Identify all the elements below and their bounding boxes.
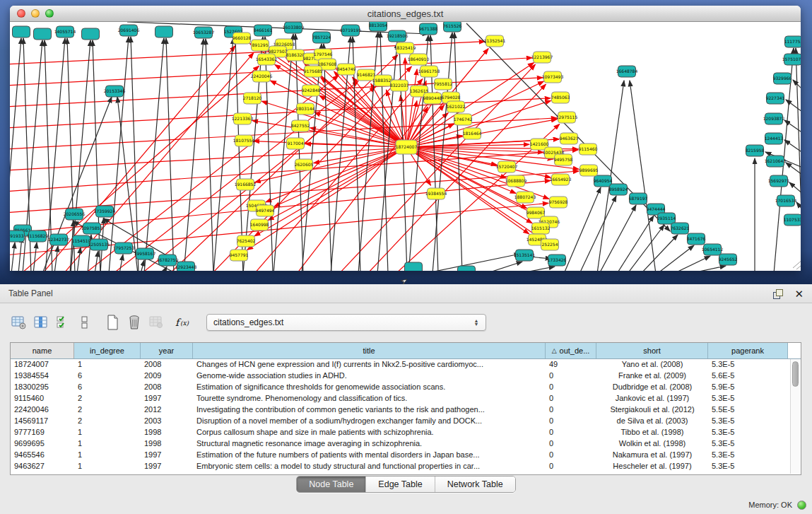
cell-pagerank[interactable]: 5.3E-5	[708, 450, 788, 461]
network-node-teal[interactable]: 12923448	[175, 262, 197, 271]
network-node-teal[interactable]: 2935114	[657, 213, 676, 224]
network-window[interactable]: citations_edges.txt 14055714206914061065…	[10, 6, 801, 271]
cell-year[interactable]: 1997	[141, 461, 193, 472]
vertical-scrollbar[interactable]	[790, 359, 800, 474]
cell-short[interactable]: de Silva et al. (2003)	[596, 416, 708, 427]
network-node-teal[interactable]: 1733426	[548, 255, 567, 266]
network-node-teal[interactable]: 12093872	[763, 113, 785, 124]
network-node-teal[interactable]: 1244413	[765, 133, 784, 144]
network-node-yellow[interactable]: 1746742	[454, 114, 473, 125]
network-node-yellow[interactable]: 9463627	[560, 133, 579, 144]
network-node-teal[interactable]: 9671388	[419, 23, 438, 35]
network-node-yellow[interactable]: 10688809	[505, 175, 527, 187]
cell-title[interactable]: Estimation of the future numbers of pati…	[193, 450, 546, 461]
network-node-yellow[interactable]: 917004	[287, 138, 305, 149]
cell-pagerank[interactable]: 5.3E-5	[708, 359, 788, 370]
tab-network-table[interactable]: Network Table	[435, 477, 515, 492]
network-node-teal[interactable]: 20691406	[118, 25, 140, 36]
select-columns-icon[interactable]	[32, 313, 50, 332]
network-node-teal[interactable]: 7632621	[671, 223, 690, 234]
cell-pagerank[interactable]: 5.3E-5	[708, 427, 788, 438]
network-node-teal[interactable]: 8215958	[746, 145, 765, 156]
cell-name[interactable]: 9115460	[11, 393, 74, 404]
cell-title[interactable]: Investigating the contribution of common…	[193, 404, 546, 416]
network-node-teal[interactable]: 20206556	[64, 209, 86, 220]
network-node-yellow[interactable]: 11352541	[484, 35, 506, 47]
network-node-yellow[interactable]: 8427552	[291, 120, 310, 132]
network-node-yellow[interactable]: 22420046	[251, 71, 273, 82]
network-node-teal[interactable]: 391933	[10, 230, 25, 242]
cell-short[interactable]: Nakamura et al. (1997)	[596, 450, 708, 461]
network-window-titlebar[interactable]: citations_edges.txt	[10, 6, 801, 22]
network-node-yellow[interactable]: 2803144	[296, 103, 315, 115]
close-icon[interactable]: ✕	[794, 288, 804, 299]
cell-short[interactable]: Dudbridge et al. (2008)	[596, 382, 708, 393]
cell-short[interactable]: Tibbo et al. (1998)	[596, 427, 708, 438]
network-node-teal[interactable]: 16648784	[616, 66, 638, 77]
network-node-teal[interactable]: 9329966	[773, 73, 792, 84]
network-node-yellow[interactable]: 9175685	[304, 66, 323, 77]
cell-year[interactable]: 1998	[141, 438, 193, 450]
network-node-teal[interactable]: 16033809	[283, 22, 305, 33]
network-node-yellow[interactable]: 9495758	[554, 154, 573, 165]
cell-short[interactable]: Stergiakouli et al. (2012)	[596, 404, 708, 416]
network-node-yellow[interactable]: 2718120	[243, 93, 262, 104]
network-node-teal[interactable]: 8958924	[609, 184, 628, 195]
network-node-yellow[interactable]: 12975115	[556, 112, 578, 123]
cell-short[interactable]: Franke et al. (2009)	[596, 370, 708, 382]
network-node-teal[interactable]: 7857224	[312, 32, 331, 43]
cell-pagerank[interactable]: 5.3E-5	[708, 393, 788, 404]
cell-name[interactable]: 19384554	[11, 370, 74, 382]
network-node-teal[interactable]: 9640954	[594, 175, 613, 187]
close-button[interactable]	[17, 9, 25, 18]
cell-out_de[interactable]: 0	[546, 438, 596, 450]
network-node-teal[interactable]: 1107533	[784, 214, 801, 226]
network-node-yellow[interactable]: 16654923	[550, 174, 572, 185]
table-row[interactable]: 2242004622012Investigating the contribut…	[11, 404, 801, 416]
network-node-teal[interactable]: 8813054	[369, 22, 388, 31]
new-table-icon[interactable]	[103, 313, 122, 332]
network-node-teal[interactable]	[405, 262, 423, 271]
network-node-yellow[interactable]: 18640910	[408, 54, 430, 65]
network-node-teal[interactable]	[82, 28, 100, 40]
cell-name[interactable]: 9699695	[11, 438, 74, 450]
network-node-yellow[interactable]: 18107554	[233, 135, 255, 146]
network-node-yellow[interactable]: 8186328	[286, 49, 305, 61]
cell-in_degree[interactable]: 2	[74, 404, 141, 416]
cell-year[interactable]: 2008	[141, 359, 193, 370]
network-node-yellow[interactable]: 2620605	[295, 159, 314, 170]
network-node-teal[interactable]: 17016534	[775, 195, 797, 206]
network-node-yellow[interactable]: 16961758	[418, 66, 440, 77]
network-node-yellow[interactable]: 7955812	[434, 78, 453, 90]
network-node-teal[interactable]: 17359924	[94, 206, 116, 217]
network-node-yellow[interactable]: 19166852	[235, 179, 257, 190]
network-node-yellow[interactable]: 8322037	[390, 80, 409, 91]
network-node-yellow[interactable]: 18325419	[394, 42, 416, 54]
cell-in_degree[interactable]: 1	[74, 359, 141, 370]
network-node-yellow[interactable]: 1640998	[250, 219, 269, 230]
network-node-yellow[interactable]: 891295	[252, 40, 269, 51]
table-settings-icon[interactable]	[10, 313, 28, 332]
cell-out_de[interactable]: 49	[546, 359, 596, 370]
column-header-short[interactable]: short	[596, 343, 708, 358]
cell-year[interactable]: 2009	[141, 370, 193, 382]
cell-pagerank[interactable]: 5.6E-5	[708, 370, 788, 382]
cell-pagerank[interactable]: 5.5E-5	[708, 404, 788, 416]
network-node-yellow[interactable]: 7625402	[237, 235, 256, 247]
cell-title[interactable]: Structural magnetic resonance image aver…	[193, 438, 546, 450]
table-row[interactable]: 1830029562008Estimation of significance …	[11, 382, 801, 393]
network-node-teal[interactable]: 10719195	[340, 25, 362, 36]
network-node-yellow[interactable]: 12213967	[531, 52, 553, 63]
network-node-yellow[interactable]: 9457791	[230, 250, 249, 261]
network-node-yellow[interactable]: 18724007	[396, 140, 418, 154]
cell-title[interactable]: Estimation of significance thresholds fo…	[193, 382, 546, 393]
cell-pagerank[interactable]: 5.3E-5	[708, 461, 788, 472]
network-node-yellow[interactable]: 1621022	[447, 101, 466, 112]
network-node-teal[interactable]: 10653287	[193, 27, 215, 38]
column-header-out_de[interactable]: △out_de...	[546, 343, 596, 358]
cell-out_de[interactable]: 0	[546, 416, 596, 427]
table-row[interactable]: 1456911722003Disruption of a novel membe…	[11, 416, 801, 427]
cell-out_de[interactable]: 0	[546, 404, 596, 416]
cell-year[interactable]: 2003	[141, 416, 193, 427]
cell-name[interactable]: 9465546	[11, 450, 74, 461]
